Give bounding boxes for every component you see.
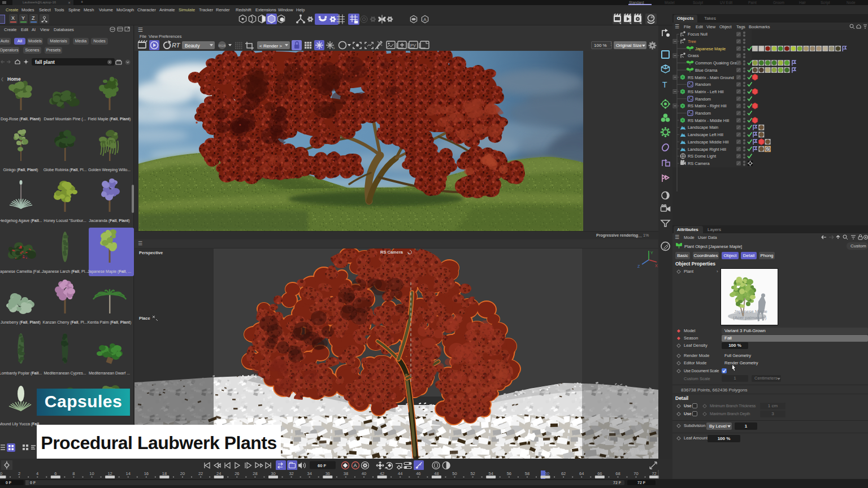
svg-text:36: 36 — [326, 471, 330, 476]
svg-text:Japanese Maple: Japanese Maple — [695, 46, 726, 51]
svg-text:Beauty: Beauty — [185, 43, 200, 49]
svg-text:44: 44 — [398, 471, 402, 476]
svg-text:12: 12 — [107, 471, 112, 476]
svg-text:60 F: 60 F — [318, 463, 326, 468]
svg-text:60: 60 — [545, 471, 549, 476]
svg-text:Tree: Tree — [688, 39, 696, 44]
svg-text:Y: Y — [650, 251, 653, 255]
svg-text:56: 56 — [507, 471, 511, 476]
svg-text:PV: PV — [410, 43, 416, 48]
svg-text:68: 68 — [615, 471, 620, 476]
svg-text:Japanese Maple: Japanese Maple — [734, 309, 767, 314]
svg-text:RS Camera: RS Camera — [688, 161, 710, 166]
svg-text:42: 42 — [380, 471, 384, 476]
svg-text:Grid Spacing : 5000 cm: Grid Spacing : 5000 cm — [611, 449, 652, 454]
svg-text:48: 48 — [434, 471, 439, 476]
svg-text:0: 0 — [0, 471, 2, 476]
svg-text:54: 54 — [489, 471, 493, 476]
svg-text:2: 2 — [18, 471, 20, 476]
svg-text:20: 20 — [180, 471, 185, 476]
svg-text:Landscape Main: Landscape Main — [688, 125, 718, 130]
svg-text:14: 14 — [126, 471, 131, 476]
svg-text:70: 70 — [633, 471, 638, 476]
svg-text:38: 38 — [344, 471, 348, 476]
svg-text:Random: Random — [695, 82, 711, 87]
svg-text:4: 4 — [36, 471, 38, 476]
svg-text:A: A — [423, 17, 427, 22]
svg-text:RS Matrix - Right Hill: RS Matrix - Right Hill — [688, 103, 727, 108]
svg-text:Z: Z — [637, 264, 640, 268]
svg-text:Focus Null: Focus Null — [688, 32, 708, 37]
svg-text:16: 16 — [144, 471, 149, 476]
svg-text:50: 50 — [452, 471, 457, 476]
svg-text:RS Matrix - Middle Hill: RS Matrix - Middle Hill — [688, 118, 729, 123]
svg-text:22: 22 — [198, 471, 203, 476]
svg-text:34: 34 — [307, 471, 312, 476]
svg-text:Perspective: Perspective — [139, 250, 163, 255]
svg-text:64: 64 — [579, 471, 584, 476]
svg-text:18: 18 — [162, 471, 167, 476]
svg-text:Landscape Left Hill: Landscape Left Hill — [688, 132, 723, 137]
svg-text:58: 58 — [525, 471, 530, 476]
svg-text:(Acer palmatum): (Acer palmatum) — [733, 315, 766, 320]
svg-text:72: 72 — [652, 471, 656, 476]
svg-text:RS Camera: RS Camera — [380, 250, 403, 255]
svg-text:< Render >: < Render > — [259, 43, 282, 49]
svg-text:G: G — [332, 46, 335, 50]
svg-text:Landscape Right Hill: Landscape Right Hill — [688, 147, 726, 152]
svg-text:10: 10 — [89, 471, 94, 476]
svg-text:46: 46 — [416, 471, 420, 476]
svg-text:Random: Random — [695, 111, 711, 116]
svg-text:52: 52 — [470, 471, 475, 476]
svg-text:6: 6 — [54, 471, 57, 476]
svg-text:30: 30 — [271, 471, 275, 476]
svg-text:RS Matrix - Left Hill: RS Matrix - Left Hill — [688, 89, 724, 94]
svg-text:40: 40 — [362, 471, 366, 476]
svg-text:RT: RT — [172, 42, 181, 49]
svg-text:T: T — [662, 80, 667, 89]
svg-text:66: 66 — [597, 471, 602, 476]
svg-text:62: 62 — [561, 471, 566, 476]
svg-text:32: 32 — [289, 471, 293, 476]
svg-text:Random: Random — [695, 97, 711, 102]
svg-text:28: 28 — [253, 471, 257, 476]
svg-text:A: A — [354, 463, 357, 468]
svg-text:RS Dome Light: RS Dome Light — [688, 154, 716, 159]
svg-text:8: 8 — [72, 471, 75, 476]
svg-text:Place: Place — [139, 316, 150, 321]
svg-text:RS Matrix - Main Ground: RS Matrix - Main Ground — [688, 75, 734, 80]
svg-text:Blue Grama: Blue Grama — [695, 68, 718, 73]
svg-text:26: 26 — [235, 471, 239, 476]
svg-text:X: X — [655, 264, 658, 268]
svg-text:Grass: Grass — [688, 53, 699, 58]
svg-text:24: 24 — [216, 471, 221, 476]
svg-text:Landscape Middle Hill: Landscape Middle Hill — [688, 140, 729, 145]
svg-text:Common Quaking Grass: Common Quaking Grass — [695, 60, 741, 66]
svg-text:RGB: RGB — [219, 44, 226, 47]
